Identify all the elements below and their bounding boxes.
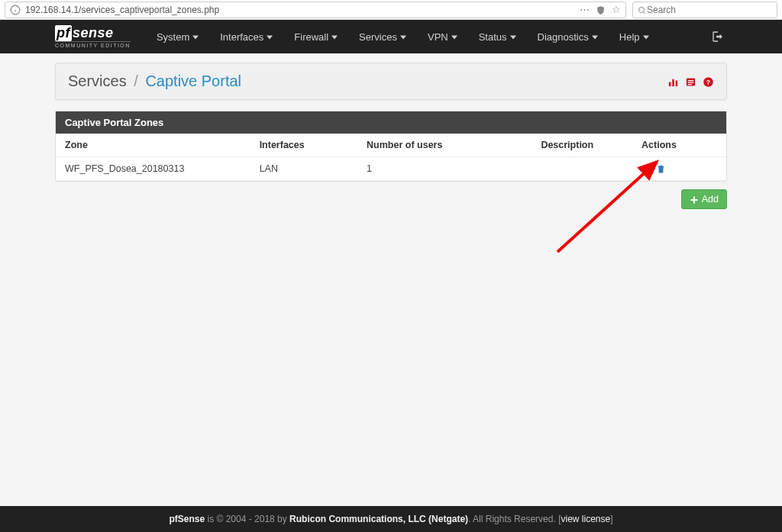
url-field[interactable]: 192.168.14.1/services_captiveportal_zone…	[5, 2, 626, 18]
svg-rect-11	[688, 84, 692, 85]
top-nav: pfsense COMMUNITY EDITION System Interfa…	[0, 20, 782, 53]
shield-icon[interactable]	[596, 4, 606, 15]
logout-icon[interactable]	[712, 31, 724, 42]
edit-icon[interactable]	[641, 163, 651, 174]
nav-status[interactable]: Status	[468, 20, 527, 53]
cell-description	[532, 157, 632, 181]
ellipsis-icon[interactable]: ⋯	[580, 4, 590, 15]
caret-down-icon	[192, 31, 199, 43]
caret-down-icon	[331, 31, 338, 43]
col-users: Number of users	[357, 134, 532, 157]
log-icon[interactable]	[685, 75, 696, 87]
breadcrumb-panel: Services / Captive Portal ?	[55, 63, 727, 100]
svg-point-3	[639, 7, 645, 12]
cell-interfaces: LAN	[250, 157, 357, 181]
breadcrumb-sep: /	[134, 73, 138, 89]
cell-zone: WF_PFS_Dosea_20180313	[56, 157, 250, 181]
caret-down-icon	[267, 31, 273, 43]
nav-interfaces[interactable]: Interfaces	[209, 20, 283, 53]
plus-icon	[690, 194, 699, 205]
star-icon[interactable]: ☆	[612, 4, 621, 15]
nav-items: System Interfaces Firewall Services VPN …	[146, 20, 660, 53]
svg-rect-9	[688, 80, 694, 81]
caret-down-icon	[451, 31, 457, 43]
cell-users: 1	[357, 157, 532, 181]
logo-pf: pf	[55, 25, 72, 41]
caret-down-icon	[400, 31, 406, 43]
url-text: 192.168.14.1/services_captiveportal_zone…	[25, 5, 575, 15]
breadcrumb-part1[interactable]: Services	[68, 73, 127, 89]
nav-firewall[interactable]: Firewall	[283, 20, 348, 53]
search-input[interactable]	[647, 5, 772, 15]
svg-rect-5	[669, 82, 671, 86]
breadcrumb: Services / Captive Portal	[68, 73, 241, 90]
logo-subtitle: COMMUNITY EDITION	[55, 41, 131, 48]
nav-services[interactable]: Services	[348, 20, 417, 53]
caret-down-icon	[510, 31, 516, 43]
search-icon	[638, 4, 647, 15]
browser-address-bar: 192.168.14.1/services_captiveportal_zone…	[0, 0, 782, 20]
chart-icon[interactable]	[667, 75, 679, 87]
browser-search-field[interactable]	[632, 2, 777, 18]
info-icon	[10, 4, 21, 16]
add-label: Add	[702, 194, 719, 205]
zones-panel: Captive Portal Zones Zone Interfaces Num…	[55, 111, 727, 182]
logo[interactable]: pfsense COMMUNITY EDITION	[55, 25, 131, 48]
trash-icon[interactable]	[656, 163, 666, 174]
col-description: Description	[532, 134, 632, 157]
caret-down-icon	[592, 31, 598, 43]
svg-rect-10	[688, 82, 694, 82]
svg-rect-7	[676, 80, 678, 86]
logo-sense: sense	[73, 25, 114, 41]
help-icon[interactable]: ?	[703, 75, 714, 87]
caret-down-icon	[643, 31, 649, 43]
nav-diagnostics[interactable]: Diagnostics	[527, 20, 609, 53]
col-interfaces: Interfaces	[250, 134, 357, 157]
nav-system[interactable]: System	[146, 20, 209, 53]
nav-help[interactable]: Help	[609, 20, 660, 53]
svg-line-4	[644, 11, 646, 14]
add-button[interactable]: Add	[681, 189, 727, 209]
svg-text:?: ?	[706, 78, 710, 85]
svg-rect-15	[690, 199, 697, 201]
table-row[interactable]: WF_PFS_Dosea_20180313 LAN 1	[56, 157, 726, 181]
col-zone: Zone	[56, 134, 250, 157]
col-actions: Actions	[632, 134, 726, 157]
nav-vpn[interactable]: VPN	[417, 20, 468, 53]
breadcrumb-part2[interactable]: Captive Portal	[145, 73, 241, 89]
zones-table: Zone Interfaces Number of users Descript…	[56, 134, 726, 181]
svg-rect-6	[672, 79, 674, 85]
panel-title: Captive Portal Zones	[56, 111, 726, 134]
